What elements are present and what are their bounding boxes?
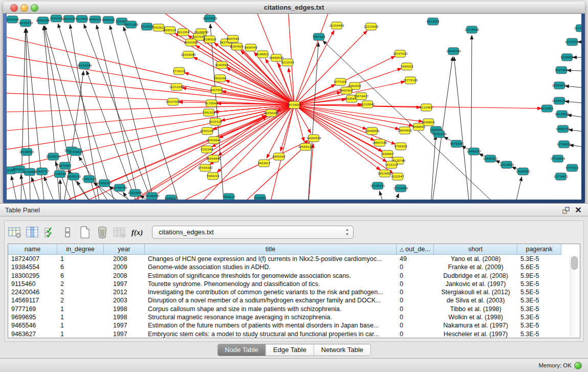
- table-cell[interactable]: 6: [57, 272, 104, 280]
- graph-node[interactable]: 12093872: [552, 82, 567, 89]
- table-cell[interactable]: 18300295: [8, 272, 57, 280]
- graph-edge[interactable]: [102, 105, 294, 200]
- table-cell[interactable]: 5.3E-5: [517, 255, 561, 263]
- graph-node[interactable]: 18107554: [166, 98, 181, 105]
- graph-node[interactable]: 2803144: [214, 75, 227, 82]
- graph-edge[interactable]: [294, 105, 367, 129]
- graph-node[interactable]: 14035572: [18, 19, 33, 27]
- table-cell[interactable]: 2: [57, 288, 104, 296]
- graph-edge[interactable]: [84, 24, 159, 200]
- graph-node[interactable]: 11121504: [574, 25, 581, 32]
- function-icon[interactable]: f(x): [129, 225, 145, 239]
- graph-node[interactable]: 25160550: [19, 148, 34, 156]
- graph-node[interactable]: 12213349: [169, 83, 184, 91]
- table-cell[interactable]: 5.5E-5: [517, 288, 561, 296]
- table-cell[interactable]: 5.3E-5: [517, 330, 561, 338]
- graph-node[interactable]: 18460257: [467, 148, 482, 155]
- graph-node[interactable]: 16959942: [207, 137, 221, 144]
- graph-edge[interactable]: [570, 145, 581, 149]
- table-row[interactable]: 1938455462009Genome-wide association stu…: [8, 263, 580, 271]
- graph-node[interactable]: 17554300: [198, 164, 213, 171]
- table-cell[interactable]: 2: [57, 280, 104, 288]
- graph-node[interactable]: 16959941: [206, 155, 221, 162]
- table-cell[interactable]: 0: [397, 272, 434, 280]
- graph-node[interactable]: 20206576: [46, 153, 61, 160]
- tab-node-table[interactable]: Node Table: [217, 344, 266, 356]
- table-cell[interactable]: 1998: [104, 313, 145, 321]
- graph-node[interactable]: 2367608: [231, 43, 244, 50]
- graph-node[interactable]: 15692371: [556, 125, 571, 133]
- graph-node[interactable]: 6466161: [89, 16, 102, 23]
- graph-edge[interactable]: [512, 177, 522, 200]
- graph-node[interactable]: 14136141: [371, 182, 385, 189]
- table-cell[interactable]: 22420046: [8, 288, 57, 296]
- graph-node[interactable]: 10924501: [516, 168, 531, 175]
- graph-node[interactable]: 7881324: [203, 109, 215, 116]
- graph-edge[interactable]: [58, 24, 120, 200]
- citation-network-graph[interactable]: 1872400775638228660128891295413226058982…: [7, 14, 581, 200]
- table-cell[interactable]: 19384554: [8, 263, 57, 271]
- table-cell[interactable]: Genome-wide association studies in ADHD.: [145, 263, 397, 271]
- graph-node[interactable]: 12216041: [360, 101, 375, 108]
- table-scrollbar[interactable]: [570, 255, 578, 337]
- graph-node[interactable]: 8912954: [177, 29, 190, 36]
- graph-edge[interactable]: [323, 41, 512, 200]
- table-cell[interactable]: 0: [397, 313, 434, 321]
- column-header-year[interactable]: year: [104, 244, 145, 255]
- graph-edge[interactable]: [379, 191, 389, 200]
- graph-node[interactable]: 7515526: [141, 23, 154, 30]
- table-row[interactable]: 1456911722003Disruption of a novel membe…: [8, 296, 580, 304]
- graph-edge[interactable]: [60, 180, 61, 200]
- graph-node[interactable]: 14569117: [298, 143, 313, 150]
- graph-edge[interactable]: [97, 25, 143, 200]
- graph-node[interactable]: 7857224: [313, 33, 325, 40]
- column-chooser-icon[interactable]: [25, 225, 40, 239]
- graph-edge[interactable]: [120, 116, 267, 200]
- table-row[interactable]: 946554611997Estimation of the future num…: [8, 321, 580, 330]
- table-cell[interactable]: Structural magnetic resonance image aver…: [145, 313, 397, 321]
- table-cell[interactable]: 1: [57, 255, 104, 263]
- graph-node[interactable]: 2684067: [381, 150, 394, 158]
- graph-node[interactable]: 1527002: [76, 15, 89, 23]
- graph-node[interactable]: 14190305: [145, 192, 160, 200]
- graph-node[interactable]: 19445021: [483, 155, 498, 162]
- graph-edge[interactable]: [389, 193, 399, 200]
- graph-node[interactable]: 8186328: [204, 36, 216, 43]
- table-cell[interactable]: 2008: [104, 272, 145, 280]
- table-cell[interactable]: 5.3E-5: [517, 321, 561, 330]
- graph-edge[interactable]: [20, 175, 31, 200]
- graph-edge[interactable]: [44, 177, 61, 200]
- table-settings-icon[interactable]: [8, 225, 23, 239]
- graph-node[interactable]: 19737433: [393, 50, 408, 57]
- graph-node[interactable]: 8454749: [245, 44, 257, 51]
- graph-node[interactable]: 8215953: [541, 105, 554, 112]
- graph-node[interactable]: 12215419: [364, 23, 379, 30]
- graph-edge[interactable]: [225, 142, 310, 200]
- graph-node[interactable]: 19384554: [307, 135, 321, 142]
- graph-node[interactable]: 18724007: [287, 101, 302, 108]
- table-cell[interactable]: 0: [397, 296, 434, 304]
- graph-node[interactable]: 7904227: [223, 193, 235, 200]
- table-cell[interactable]: 2009: [104, 263, 145, 271]
- graph-node[interactable]: 13505135: [67, 173, 81, 180]
- table-cell[interactable]: 14569117: [8, 296, 57, 304]
- table-cell[interactable]: 5.9E-5: [517, 272, 561, 280]
- table-cell[interactable]: 1997: [104, 280, 145, 288]
- import-table-icon[interactable]: [112, 225, 127, 239]
- table-row[interactable]: 1872400712008Changes of HCN gene express…: [8, 255, 580, 263]
- graph-edge[interactable]: [568, 115, 581, 120]
- graph-edge[interactable]: [11, 176, 20, 200]
- table-cell[interactable]: 0: [397, 305, 434, 313]
- table-cell[interactable]: Changes of HCN gene expression and I(f) …: [145, 255, 397, 263]
- graph-node[interactable]: 20891406: [36, 17, 51, 24]
- table-cell[interactable]: de Silva et al. (2003): [434, 296, 517, 304]
- column-header-name[interactable]: name: [8, 244, 57, 255]
- graph-node[interactable]: 7485033: [401, 63, 413, 70]
- graph-node[interactable]: 9146821: [256, 51, 269, 58]
- close-panel-icon[interactable]: ✕: [574, 206, 583, 215]
- graph-node[interactable]: 9465546: [273, 153, 286, 160]
- graph-node[interactable]: 15751074: [565, 38, 580, 46]
- graph-node[interactable]: 10674427: [354, 93, 369, 100]
- graph-node[interactable]: 17359924: [69, 148, 83, 156]
- column-header-out_de[interactable]: △out_de...: [397, 244, 434, 255]
